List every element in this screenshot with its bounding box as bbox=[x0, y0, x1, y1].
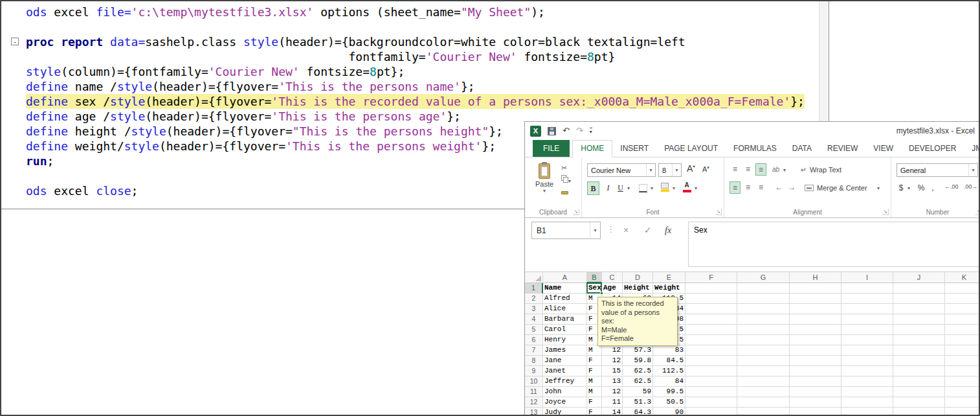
cell-F10[interactable] bbox=[685, 376, 737, 387]
cell-E12[interactable]: 50.5 bbox=[653, 397, 685, 408]
tab-developer[interactable]: DEVELOPER bbox=[901, 141, 964, 157]
cell-A11[interactable]: John bbox=[543, 387, 587, 397]
cell-E9[interactable]: 112.5 bbox=[653, 366, 685, 376]
cell-J10[interactable] bbox=[893, 376, 945, 387]
row-header-3[interactable]: 3 bbox=[525, 304, 543, 314]
fill-handle[interactable] bbox=[600, 292, 603, 295]
borders-dropdown-icon[interactable]: ▾ bbox=[649, 181, 655, 195]
bottom-align-icon[interactable]: ≡ bbox=[755, 163, 766, 176]
cell-B10[interactable]: M bbox=[587, 376, 602, 387]
cell-A3[interactable]: Alice bbox=[543, 304, 587, 314]
increase-decimal-button[interactable]: ←.00 bbox=[944, 183, 959, 190]
cell-G13[interactable] bbox=[737, 408, 790, 416]
font-name-dropdown-icon[interactable]: ▾ bbox=[646, 164, 655, 176]
currency-button[interactable]: $ bbox=[896, 181, 906, 195]
cell-F4[interactable] bbox=[685, 314, 737, 325]
cell-I12[interactable] bbox=[841, 397, 893, 408]
cell-I5[interactable] bbox=[841, 325, 893, 335]
cell-A12[interactable]: Joyce bbox=[543, 397, 587, 408]
cell-E13[interactable]: 90 bbox=[653, 408, 685, 416]
cell-F5[interactable] bbox=[685, 325, 737, 335]
cell-B9[interactable]: F bbox=[587, 366, 602, 376]
cell-A9[interactable]: Janet bbox=[543, 366, 587, 376]
row-header-6[interactable]: 6 bbox=[525, 335, 543, 345]
cell-K6[interactable] bbox=[945, 335, 980, 345]
cell-F13[interactable] bbox=[685, 408, 737, 416]
cell-D8[interactable]: 59.8 bbox=[623, 356, 653, 366]
number-dialog-launcher[interactable]: ↘ bbox=[975, 209, 980, 215]
cell-K12[interactable] bbox=[945, 397, 980, 408]
cell-G2[interactable] bbox=[737, 294, 790, 304]
align-right-icon[interactable]: ≡ bbox=[755, 181, 766, 194]
cell-H8[interactable] bbox=[790, 356, 841, 366]
cell-I11[interactable] bbox=[841, 387, 893, 397]
column-header-c[interactable]: C bbox=[602, 272, 623, 283]
cell-A10[interactable]: Jeffrey bbox=[543, 376, 587, 387]
row-header-5[interactable]: 5 bbox=[525, 325, 543, 335]
cell-J3[interactable] bbox=[893, 304, 945, 314]
cell-A6[interactable]: Henry bbox=[543, 335, 587, 345]
cell-I1[interactable] bbox=[841, 283, 893, 294]
cell-C13[interactable]: 14 bbox=[602, 408, 623, 416]
cell-I8[interactable] bbox=[841, 356, 893, 366]
cell-B7[interactable]: M bbox=[587, 345, 602, 356]
cell-H5[interactable] bbox=[790, 325, 841, 335]
cell-H12[interactable] bbox=[790, 397, 841, 408]
cell-K5[interactable] bbox=[945, 325, 980, 335]
cell-I9[interactable] bbox=[841, 366, 893, 376]
cell-I10[interactable] bbox=[841, 376, 893, 387]
tab-review[interactable]: REVIEW bbox=[819, 141, 865, 157]
paste-button[interactable]: Paste ▾ bbox=[530, 161, 559, 208]
cell-K8[interactable] bbox=[945, 356, 980, 366]
cell-H4[interactable] bbox=[790, 314, 841, 325]
cell-J9[interactable] bbox=[893, 366, 945, 376]
cell-F1[interactable] bbox=[685, 283, 737, 294]
row-header-4[interactable]: 4 bbox=[525, 314, 543, 325]
cell-J11[interactable] bbox=[893, 387, 945, 397]
cell-H7[interactable] bbox=[790, 345, 841, 356]
row-header-11[interactable]: 11 bbox=[525, 387, 543, 397]
tab-file[interactable]: FILE bbox=[533, 140, 570, 157]
cell-E11[interactable]: 99.5 bbox=[653, 387, 685, 397]
clipboard-dialog-launcher[interactable]: ↘ bbox=[573, 209, 579, 215]
save-icon[interactable] bbox=[548, 127, 556, 135]
cell-G8[interactable] bbox=[737, 356, 790, 366]
cell-C10[interactable]: 13 bbox=[602, 376, 623, 387]
cell-J6[interactable] bbox=[893, 335, 945, 345]
cell-J7[interactable] bbox=[893, 345, 945, 356]
middle-align-icon[interactable]: ≡ bbox=[742, 163, 753, 176]
cell-D1[interactable]: Height bbox=[623, 283, 653, 294]
cell-I7[interactable] bbox=[841, 345, 893, 356]
cell-D10[interactable]: 62.5 bbox=[623, 376, 653, 387]
cell-J8[interactable] bbox=[893, 356, 945, 366]
fill-color-dropdown-icon[interactable]: ▾ bbox=[671, 181, 677, 195]
row-header-12[interactable]: 12 bbox=[525, 397, 543, 408]
cell-I13[interactable] bbox=[841, 408, 893, 416]
cell-J13[interactable] bbox=[893, 408, 945, 416]
cell-K7[interactable] bbox=[945, 345, 980, 356]
grow-font-button[interactable]: A▴ bbox=[687, 163, 695, 174]
enter-icon[interactable]: ✓ bbox=[644, 222, 652, 239]
cell-H6[interactable] bbox=[790, 335, 841, 345]
column-header-a[interactable]: A bbox=[543, 272, 587, 283]
cell-C12[interactable]: 11 bbox=[602, 397, 623, 408]
column-header-b[interactable]: B bbox=[587, 272, 602, 283]
tab-data[interactable]: DATA bbox=[785, 141, 819, 157]
cell-K10[interactable] bbox=[945, 376, 980, 387]
row-header-9[interactable]: 9 bbox=[525, 366, 543, 376]
cell-G9[interactable] bbox=[737, 366, 790, 376]
cell-H9[interactable] bbox=[790, 366, 841, 376]
qat-menu-icon[interactable]: ▾ bbox=[590, 128, 592, 135]
cell-I2[interactable] bbox=[841, 294, 893, 304]
tab-formulas[interactable]: FORMULAS bbox=[726, 141, 785, 157]
cut-button[interactable]: ✂ bbox=[561, 163, 578, 174]
cell-K3[interactable] bbox=[945, 304, 980, 314]
cell-A13[interactable]: Judy bbox=[543, 408, 587, 416]
font-size-dropdown-icon[interactable]: ▾ bbox=[672, 164, 681, 176]
cell-B13[interactable]: F bbox=[587, 408, 602, 416]
cell-H10[interactable] bbox=[790, 376, 841, 387]
wrap-text-button[interactable]: Wrap Text bbox=[810, 166, 841, 174]
cell-K1[interactable] bbox=[945, 283, 980, 294]
cell-E1[interactable]: Weight bbox=[653, 283, 685, 294]
cell-G5[interactable] bbox=[737, 325, 790, 335]
